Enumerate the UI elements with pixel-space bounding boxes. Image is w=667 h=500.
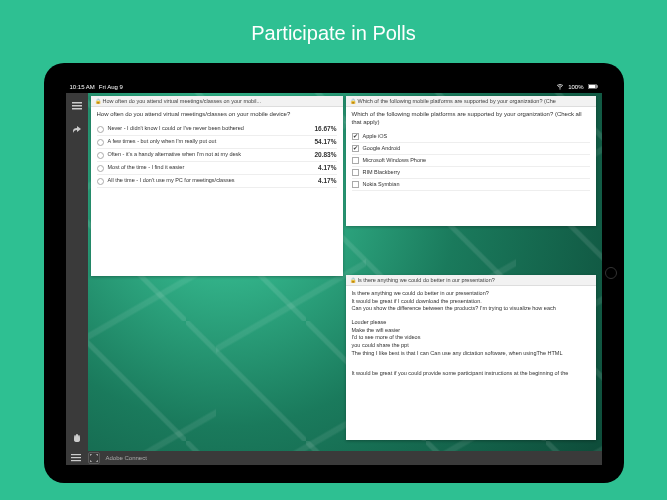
- home-button[interactable]: [605, 267, 617, 279]
- option-percent: 4.17%: [303, 177, 337, 184]
- feedback-line: I'd to see more of the videos: [352, 334, 590, 342]
- svg-rect-6: [72, 108, 82, 110]
- svg-rect-7: [71, 454, 81, 455]
- svg-rect-5: [72, 105, 82, 107]
- radio-icon[interactable]: [97, 178, 104, 185]
- status-bar: 10:15 AM Fri Aug 9 100%: [66, 81, 602, 93]
- svg-rect-8: [71, 457, 81, 458]
- poll-option[interactable]: ✔Google Android: [352, 143, 590, 155]
- main-area: 🔒 How often do you attend virtual meetin…: [88, 93, 602, 451]
- poll-card-frequency: 🔒 How often do you attend virtual meetin…: [91, 96, 343, 276]
- poll-option[interactable]: Most of the time - I find it easier4.17%: [97, 162, 337, 175]
- option-label: All the time - I don't use my PC for mee…: [108, 177, 303, 184]
- feedback-line: Is there anything we could do better in …: [352, 290, 590, 298]
- poll-option[interactable]: All the time - I don't use my PC for mee…: [97, 175, 337, 188]
- wifi-icon: [556, 84, 564, 91]
- option-label: RIM Blackberry: [363, 169, 590, 176]
- poll-card-feedback: 🔒 Is there anything we could do better i…: [346, 275, 596, 440]
- feedback-line: Louder please: [352, 319, 590, 327]
- page-title: Participate in Polls: [251, 22, 416, 45]
- option-label: Apple iOS: [363, 133, 590, 140]
- svg-point-0: [560, 88, 561, 89]
- checkbox-icon[interactable]: ✔: [352, 145, 359, 152]
- feedback-line: It would be great if you could provide s…: [352, 370, 590, 378]
- svg-rect-4: [72, 102, 82, 104]
- option-label: Never - I didn't know I could or I've ne…: [108, 125, 303, 132]
- poll-option[interactable]: Never - I didn't know I could or I've ne…: [97, 123, 337, 136]
- checkbox-icon[interactable]: [352, 181, 359, 188]
- svg-rect-3: [596, 85, 597, 88]
- option-percent: 20.83%: [303, 151, 337, 158]
- option-label: Microsoft Windows Phone: [363, 157, 590, 164]
- brand-label: Adobe Connect: [106, 455, 147, 461]
- checkbox-icon[interactable]: [352, 157, 359, 164]
- lock-icon: 🔒: [95, 98, 101, 104]
- feedback-line: It would be great if I could download th…: [352, 298, 590, 306]
- lock-icon: 🔒: [350, 277, 356, 283]
- poll-option[interactable]: Nokia Symbian: [352, 179, 590, 191]
- battery-icon: [588, 84, 598, 90]
- radio-icon[interactable]: [97, 126, 104, 133]
- poll-question: Which of the following mobile platforms …: [352, 111, 590, 127]
- option-label: Google Android: [363, 145, 590, 152]
- poll-option[interactable]: ✔Apple iOS: [352, 131, 590, 143]
- svg-rect-9: [71, 460, 81, 461]
- card-header: 🔒 How often do you attend virtual meetin…: [91, 96, 343, 107]
- sidebar: [66, 93, 88, 451]
- option-label: Often - it's a handy alternative when I'…: [108, 151, 303, 158]
- option-percent: 4.17%: [303, 164, 337, 171]
- status-date: Fri Aug 9: [99, 84, 123, 90]
- feedback-line: The thing I like best is that I can Can …: [352, 350, 590, 358]
- list-icon[interactable]: [70, 99, 84, 113]
- lock-icon: 🔒: [350, 98, 356, 104]
- share-icon[interactable]: [70, 123, 84, 137]
- poll-card-platforms: 🔒 Which of the following mobile platform…: [346, 96, 596, 226]
- poll-option[interactable]: RIM Blackberry: [352, 167, 590, 179]
- menu-icon[interactable]: [70, 452, 82, 464]
- feedback-line: Make the wifi easier: [352, 327, 590, 335]
- poll-option[interactable]: Microsoft Windows Phone: [352, 155, 590, 167]
- poll-question: How often do you attend virtual meetings…: [97, 111, 337, 119]
- radio-icon[interactable]: [97, 152, 104, 159]
- feedback-line: Can you show the difference between the …: [352, 305, 590, 313]
- option-label: Nokia Symbian: [363, 181, 590, 188]
- checkbox-icon[interactable]: ✔: [352, 133, 359, 140]
- radio-icon[interactable]: [97, 139, 104, 146]
- status-time: 10:15 AM: [70, 84, 95, 90]
- poll-option[interactable]: Often - it's a handy alternative when I'…: [97, 149, 337, 162]
- radio-icon[interactable]: [97, 165, 104, 172]
- screen: 10:15 AM Fri Aug 9 100%: [66, 81, 602, 465]
- svg-rect-2: [588, 85, 595, 88]
- card-header: 🔒 Is there anything we could do better i…: [346, 275, 596, 286]
- option-label: A few times - but only when I'm really p…: [108, 138, 303, 145]
- poll-option[interactable]: A few times - but only when I'm really p…: [97, 136, 337, 149]
- footer-bar: Adobe Connect: [66, 451, 602, 465]
- fullscreen-icon[interactable]: [88, 452, 100, 464]
- option-percent: 16.67%: [303, 125, 337, 132]
- feedback-line: you could share the ppt: [352, 342, 590, 350]
- option-percent: 54.17%: [303, 138, 337, 145]
- checkbox-icon[interactable]: [352, 169, 359, 176]
- tablet-frame: 10:15 AM Fri Aug 9 100%: [44, 63, 624, 483]
- card-header: 🔒 Which of the following mobile platform…: [346, 96, 596, 107]
- raise-hand-icon[interactable]: [70, 431, 84, 445]
- status-battery: 100%: [568, 84, 583, 90]
- option-label: Most of the time - I find it easier: [108, 164, 303, 171]
